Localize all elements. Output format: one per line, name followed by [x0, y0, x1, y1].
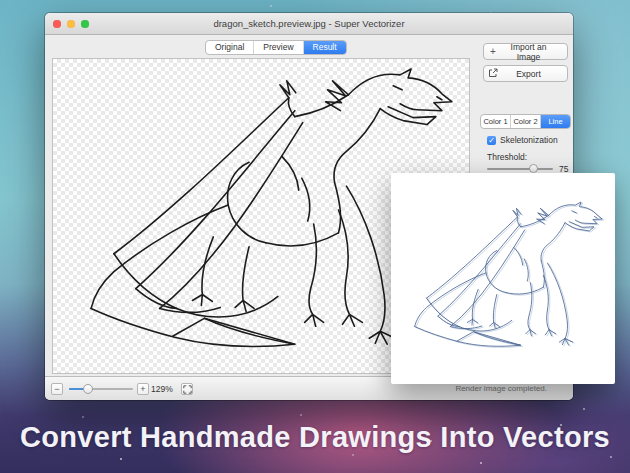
threshold-slider[interactable]	[487, 164, 553, 173]
skeletonization-label: Skeletonization	[500, 135, 558, 145]
tab-preview[interactable]: Preview	[254, 41, 303, 54]
tab-color-2[interactable]: Color 2	[511, 115, 541, 128]
zoom-window-button[interactable]	[81, 20, 89, 28]
zoom-in-button[interactable]: +	[137, 383, 149, 395]
layer-tab-group: Color 1 Color 2 Line	[480, 114, 571, 129]
zoom-slider[interactable]	[69, 383, 133, 395]
close-button[interactable]	[53, 20, 61, 28]
zoom-level-value: 129%	[151, 377, 173, 401]
import-image-button[interactable]: + Import an Image	[483, 43, 568, 60]
tab-original[interactable]: Original	[206, 41, 254, 54]
threshold-label: Threshold:	[487, 152, 527, 162]
original-sketch-preview	[391, 173, 615, 384]
fit-screen-button[interactable]	[181, 383, 193, 395]
tab-result[interactable]: Result	[304, 41, 346, 54]
minimize-button[interactable]	[67, 20, 75, 28]
skeletonization-row: ✓ Skeletonization	[487, 135, 558, 145]
original-dragon-sketch	[395, 177, 611, 380]
skeletonization-checkbox[interactable]: ✓	[487, 136, 496, 145]
title-bar[interactable]: dragon_sketch.preview.jpg - Super Vector…	[45, 13, 573, 35]
headline: Convert Handmade Drawings Into Vectors	[0, 421, 630, 454]
plus-icon: +	[484, 46, 502, 57]
threshold-slider-track[interactable]	[487, 168, 553, 170]
zoom-slider-knob[interactable]	[83, 384, 93, 394]
tab-line[interactable]: Line	[541, 115, 570, 128]
export-icon	[484, 68, 502, 80]
zoom-out-button[interactable]: −	[51, 383, 63, 395]
view-tab-group: Original Preview Result	[205, 40, 347, 55]
tab-color-1[interactable]: Color 1	[481, 115, 511, 128]
window-title: dragon_sketch.preview.jpg - Super Vector…	[105, 13, 513, 35]
check-icon: ✓	[488, 136, 495, 145]
threshold-slider-knob[interactable]	[529, 164, 538, 173]
export-button[interactable]: Export	[483, 65, 568, 82]
fit-screen-icon	[183, 385, 192, 394]
